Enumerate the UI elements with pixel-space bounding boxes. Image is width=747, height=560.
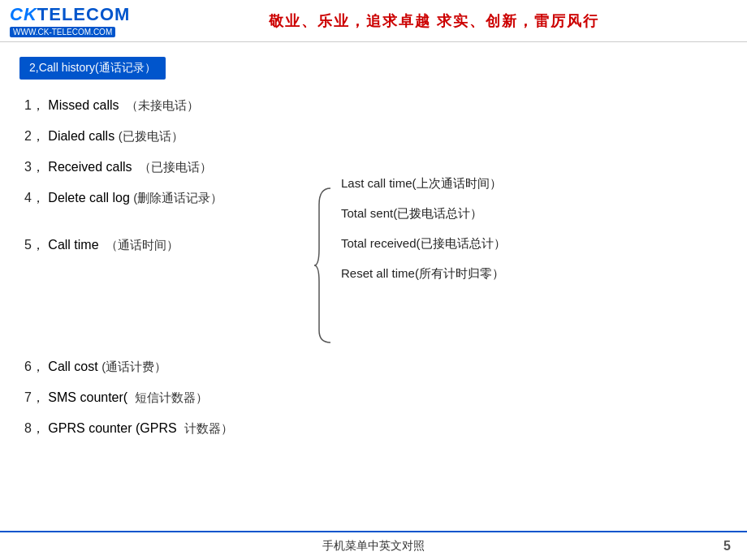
sub-item-reset-all: Reset all time(所有计时归零）: [341, 266, 506, 282]
list-item: 1， Missed calls （未接电话）: [24, 96, 723, 115]
logo-area: CKTELECOM WWW.CK-TELECOM.COM: [10, 4, 130, 37]
footer-center-text: 手机菜单中英文对照: [41, 539, 706, 554]
list-item: 8， GPRS counter (GPRS 计数器）: [24, 419, 723, 438]
header-motto: 敬业、乐业，追求卓越 求实、创新，雷厉风行: [130, 11, 737, 31]
sub-item-total-received: Total received(已接电话总计）: [341, 236, 506, 252]
section-bar: 2,Call history(通话记录）: [19, 57, 166, 80]
list-item: 6， Call cost (通话计费）: [24, 357, 723, 377]
sub-item-total-sent: Total sent(已拨电话总计）: [341, 206, 506, 222]
logo-telecom: TELECOM: [37, 4, 131, 24]
header: CKTELECOM WWW.CK-TELECOM.COM 敬业、乐业，追求卓越 …: [0, 0, 747, 42]
sub-item-last-call: Last call time(上次通话时间）: [341, 176, 506, 192]
footer: 手机菜单中英文对照 5: [0, 531, 747, 560]
list-item: 7， SMS counter( 短信计数器）: [24, 388, 723, 407]
brace-icon: [313, 180, 337, 351]
logo-url: WWW.CK-TELECOM.COM: [10, 27, 115, 37]
footer-page-number: 5: [706, 539, 731, 554]
list-item: 2， Dialed calls (已拨电话）: [24, 127, 723, 146]
main-content: 1， Missed calls （未接电话） 2， Dialed calls (…: [0, 88, 747, 458]
logo-text: CKTELECOM: [10, 4, 130, 25]
list-item: 5， Call time （通话时间）: [24, 235, 179, 255]
logo-ck: CK: [10, 4, 37, 24]
